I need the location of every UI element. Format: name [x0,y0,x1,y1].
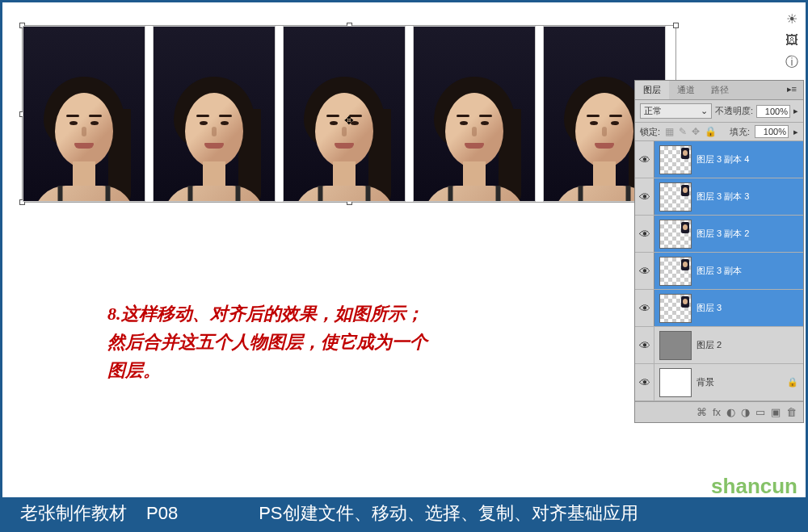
layer-thumbnail [659,257,692,286]
layer-thumbnail [659,145,692,174]
layer-name-label: 图层 3 副本 4 [696,153,803,165]
instruction-line: 8.这样移动、对齐后的效果，如图所示； [107,300,427,328]
chevron-right-icon[interactable]: ▸ [793,127,798,137]
panel-tabs: 图层 通道 路径 ▸≡ [635,81,803,100]
move-cursor-icon: ✥ [344,114,354,127]
blend-row: 正常⌄ 不透明度: 100% ▸ [635,100,803,123]
layer-row[interactable]: 👁背景🔒 [635,364,803,401]
watermark: shancun [711,474,797,499]
layer-thumbnail [659,220,692,249]
chevron-right-icon[interactable]: ▸ [793,106,798,116]
fx-icon[interactable]: fx [713,406,721,418]
info-icon[interactable]: ⓘ [785,54,798,71]
fill-input[interactable]: 100% [755,125,789,138]
tab-channels[interactable]: 通道 [669,81,703,99]
link-layers-icon[interactable]: ⌘ [696,406,707,418]
lock-transparent-icon[interactable]: ▦ [665,126,674,137]
opacity-input[interactable]: 100% [756,105,790,118]
layer-thumbnail [659,294,692,323]
layer-row[interactable]: 👁图层 3 副本 3 [635,178,803,216]
layer-name-label: 图层 3 [696,302,803,314]
layer-row[interactable]: 👁图层 3 副本 2 [635,216,803,253]
portrait-image [153,26,276,202]
layers-panel: 图层 通道 路径 ▸≡ 正常⌄ 不透明度: 100% ▸ 锁定: ▦ ✎ ✥ 🔒… [634,80,804,423]
lock-icon: 🔒 [787,377,803,387]
layer-name-label: 图层 3 副本 3 [696,191,803,203]
layer-row[interactable]: 👁图层 2 [635,327,803,364]
lock-pixels-icon[interactable]: ✎ [679,126,687,137]
tab-layers[interactable]: 图层 [635,81,669,99]
chevron-down-icon: ⌄ [701,106,708,116]
transform-handle[interactable] [673,23,679,28]
blend-mode-select[interactable]: 正常⌄ [640,103,712,119]
canvas-selection[interactable]: ✥ [22,25,676,203]
layer-thumbnail [659,182,692,212]
delete-icon[interactable]: 🗑 [786,406,797,418]
lock-label: 锁定: [640,126,660,138]
right-dock: ☀ 🖼 ⓘ [782,6,802,76]
portrait-image: ✥ [283,26,406,202]
image-icon[interactable]: 🖼 [785,33,798,48]
visibility-icon[interactable]: 👁 [635,290,654,326]
instruction-line: 图层。 [107,356,427,384]
blend-mode-value: 正常 [644,105,662,117]
bottom-bar: 老张制作教材 P08 PS创建文件、移动、选择、复制、对齐基础应用 [2,497,806,530]
tab-paths[interactable]: 路径 [703,81,737,99]
lock-row: 锁定: ▦ ✎ ✥ 🔒 填充: 100% ▸ [635,123,803,141]
layer-name-label: 图层 2 [696,339,803,351]
portrait-image [23,26,145,202]
photo-row: ✥ [23,26,675,202]
layer-name-label: 背景 [696,376,787,388]
visibility-icon[interactable]: 👁 [635,178,654,215]
page-title: PS创建文件、移动、选择、复制、对齐基础应用 [259,501,638,526]
adjustment-icon[interactable]: ◑ [741,406,750,418]
new-layer-icon[interactable]: ▣ [771,406,781,418]
visibility-icon[interactable]: 👁 [635,364,654,400]
instruction-text: 8.这样移动、对齐后的效果，如图所示； 然后合并这五个人物图层，使它成为一个 图… [107,300,427,385]
layer-list: 👁图层 3 副本 4👁图层 3 副本 3👁图层 3 副本 2👁图层 3 副本👁图… [635,141,803,401]
layer-name-label: 图层 3 副本 2 [696,228,803,240]
opacity-label: 不透明度: [715,105,753,117]
visibility-icon[interactable]: 👁 [635,141,654,178]
layer-row[interactable]: 👁图层 3 副本 4 [635,141,803,178]
layer-row[interactable]: 👁图层 3 副本 [635,253,803,290]
author-label: 老张制作教材 [20,501,127,526]
fill-label: 填充: [730,126,750,138]
panel-menu-icon[interactable]: ▸≡ [781,81,803,99]
visibility-icon[interactable]: 👁 [635,253,654,289]
sun-icon[interactable]: ☀ [786,11,797,27]
mask-icon[interactable]: ◐ [726,406,735,418]
folder-icon[interactable]: ▭ [755,406,765,418]
visibility-icon[interactable]: 👁 [635,327,654,363]
lock-position-icon[interactable]: ✥ [692,126,700,137]
layer-thumbnail [659,368,692,397]
visibility-icon[interactable]: 👁 [635,216,654,252]
layer-thumbnail [659,331,692,360]
layer-row[interactable]: 👁图层 3 [635,290,803,327]
layer-name-label: 图层 3 副本 [696,265,803,277]
instruction-line: 然后合并这五个人物图层，使它成为一个 [107,328,427,356]
page-number: P08 [146,503,178,524]
panel-footer: ⌘ fx ◐ ◑ ▭ ▣ 🗑 [635,401,803,422]
lock-all-icon[interactable]: 🔒 [705,126,717,137]
portrait-image [413,26,536,202]
